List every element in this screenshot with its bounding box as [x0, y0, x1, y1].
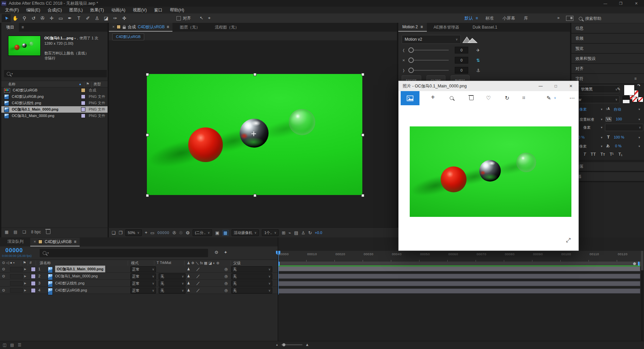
region-of-interest-icon[interactable]: ▣ [215, 230, 219, 235]
crop-button[interactable]: ⌗ [522, 95, 525, 101]
menu-item[interactable]: 动画(A) [108, 7, 129, 13]
swap-colors-icon[interactable]: ↷ [637, 83, 640, 88]
layer-expander[interactable]: ▶ [24, 287, 26, 294]
workspace-标准[interactable]: 标准 [485, 15, 494, 21]
roto-brush-tool[interactable]: ✑ [111, 14, 120, 22]
fill-color-swatch[interactable] [624, 85, 635, 95]
panel-menu-icon[interactable]: ≡ [74, 239, 76, 244]
panel-menu-icon[interactable]: ≡ [634, 76, 637, 81]
project-search-input[interactable]: ▾ [4, 70, 107, 77]
zoom-slider-knob[interactable] [282, 343, 285, 346]
eyedropper-icon[interactable]: ✎ [617, 87, 620, 91]
visibility-toggle[interactable]: ⊙ [2, 287, 5, 294]
tab-timeline-comp[interactable]: × C4D默认sRGB ≡ [30, 238, 80, 246]
timeline-ruler[interactable]: 0000000010000200003000040000500006000070… [278, 251, 642, 262]
layer-expander[interactable]: ▶ [24, 280, 26, 286]
lock-icon[interactable] [123, 27, 126, 29]
photos-title-bar[interactable]: 照片 - OC伽马0.1_Main_0000.png — □ ✕ [399, 81, 578, 91]
project-flowchart-icon[interactable]: ▦ [5, 230, 8, 234]
parent-dropdown[interactable]: 无∨ [231, 287, 272, 294]
no-fill-swatch[interactable] [632, 97, 637, 102]
brush-tool[interactable]: ✐ [83, 14, 92, 22]
close-icon[interactable]: × [112, 25, 115, 29]
workspace-库[interactable]: 库 [524, 15, 528, 21]
mode-column[interactable]: 模式 [131, 261, 138, 266]
sort-ascending-icon[interactable]: ▲ [79, 82, 82, 86]
minimize-button[interactable]: — [598, 0, 613, 7]
no-stroke-swatch[interactable] [638, 97, 643, 102]
panel-header-tracker[interactable]: 跟踪器 [571, 171, 644, 182]
selection-handle[interactable] [146, 133, 149, 137]
quality-switch[interactable]: ♟ [187, 287, 190, 294]
type-style-button[interactable]: T¹ [610, 152, 614, 157]
label-chip[interactable] [81, 94, 85, 99]
project-file-row[interactable]: OC伽马0.1_Main_0000.pngPNG 文件 [1, 106, 108, 113]
mode-dropdown[interactable]: 正常∨ [130, 287, 156, 294]
transparency-grid-icon[interactable]: ▦ [223, 230, 229, 236]
workspace-overflow-button[interactable]: » [557, 15, 560, 20]
toolbar-extra-icon[interactable]: ⌖ [208, 15, 210, 21]
delete-button[interactable] [469, 96, 474, 100]
effects-switch[interactable]: ／ [196, 273, 200, 279]
layer-expander[interactable]: ▶ [24, 273, 26, 279]
menu-item[interactable]: 图层(L) [66, 7, 86, 13]
comp-mini-tab[interactable]: C4D默认sRGB [112, 33, 144, 40]
source-name-column[interactable]: 源名称 [40, 261, 51, 266]
work-area-end-handle[interactable] [638, 262, 640, 266]
parent-column[interactable]: 父级 [233, 261, 241, 266]
draft-3d-icon[interactable]: ✦ [224, 250, 228, 255]
comp-mini-flowchart-icon[interactable]: ⚙ [214, 250, 218, 255]
rotate-button[interactable]: ↻ [505, 95, 509, 101]
dropdown-arrow-icon[interactable]: ▼ [638, 118, 641, 121]
font-style-dropdown[interactable]: ular ∨ [573, 95, 619, 103]
quality-switch[interactable]: ♟ [187, 266, 190, 272]
panel-menu-icon[interactable]: ≡ [420, 25, 423, 29]
viewer-timecode[interactable]: 00000 [158, 231, 170, 235]
workspace-panel-icon[interactable] [566, 16, 573, 21]
quality-switch[interactable]: ♟ [187, 273, 190, 279]
timeline-button-icon[interactable]: ▤ [294, 230, 298, 235]
type-style-button[interactable]: T₁ [618, 152, 622, 157]
layer-duration-bar[interactable] [278, 288, 640, 294]
layer-name[interactable]: OC伽马1_Main_0000.png [55, 273, 98, 279]
close-button[interactable]: ✕ [563, 81, 578, 91]
delete-icon[interactable] [46, 230, 50, 234]
favorite-button[interactable]: ♡ [486, 95, 491, 101]
toolbar-extra-icon[interactable]: ↖ [200, 15, 203, 21]
snapshot-icon[interactable]: ✇ [172, 230, 176, 235]
edit-create-button[interactable]: ✎ [547, 95, 551, 101]
zoom-out-mountain-icon[interactable]: ▲ [276, 343, 278, 346]
font-family-dropdown[interactable]: 软雅黑 ∨ [573, 85, 619, 93]
selection-handle[interactable] [361, 73, 364, 76]
clone-stamp-tool[interactable]: ♙ [92, 14, 102, 22]
trkmat-dropdown[interactable]: 无∨ [159, 280, 186, 286]
tab-project[interactable]: 项目 [1, 23, 19, 32]
selection-handle[interactable] [146, 194, 149, 197]
selection-handle[interactable] [253, 73, 256, 76]
layer-name[interactable]: C4D默认线性.png [55, 280, 84, 286]
workspace-小屏幕[interactable]: 小屏幕 [502, 15, 515, 21]
column-type[interactable]: 类型 [93, 82, 101, 87]
shape-tool[interactable]: ▭ [56, 14, 65, 22]
label-chip[interactable] [81, 107, 85, 112]
fast-previews-icon[interactable]: ⌁ [288, 230, 291, 235]
interpret-footage-icon[interactable]: ❏ [23, 230, 26, 234]
zoom-slider[interactable] [281, 344, 303, 345]
type-tool[interactable]: T [74, 14, 83, 22]
zoom-button[interactable] [450, 96, 453, 100]
selection-handle[interactable] [361, 133, 364, 137]
layer-row[interactable]: ⊙▶4C4D默认sRGB.png正常∨无∨♟／◎无∨ [0, 287, 278, 294]
selection-handle[interactable] [361, 194, 364, 197]
camera-tool[interactable]: ✇ [38, 14, 47, 22]
selection-tool[interactable]: ➤ [2, 14, 11, 22]
panel-header-对齐[interactable]: 对齐 [571, 64, 644, 74]
layer-label-chip[interactable] [31, 274, 36, 279]
chevron-down-icon[interactable]: ∨ [554, 96, 556, 100]
work-area-bar[interactable]: ⬟ [278, 262, 642, 266]
dropdown-arrow-icon[interactable]: ▼ [600, 136, 603, 139]
add-to-album-button[interactable]: + [431, 93, 435, 101]
layer-name[interactable]: C4D默认sRGB.png [55, 287, 87, 294]
fullscreen-icon[interactable]: ⤢ [566, 237, 571, 244]
dropdown-arrow-icon[interactable]: ▼ [638, 108, 641, 111]
motion-version-dropdown[interactable]: Motion v2 ∨ [402, 35, 461, 44]
